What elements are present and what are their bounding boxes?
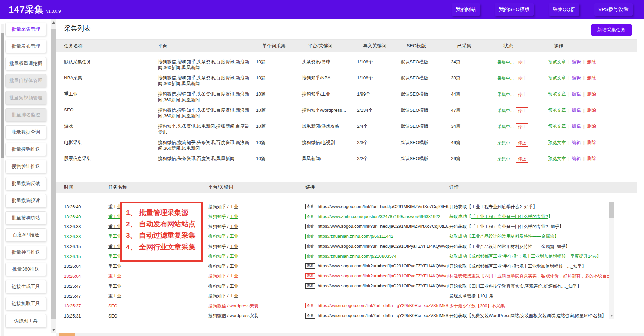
view-button[interactable]: 查看 — [305, 244, 315, 249]
log-url[interactable]: https://zhuanlan.zhihu.com/p/66111442 — [318, 234, 393, 239]
main-scrollbar-thumb[interactable] — [51, 29, 56, 319]
sidebar-item-9[interactable]: 批量搜狗反馈 — [5, 177, 46, 190]
log-url[interactable]: https://www.sogou.com/link?url=hedJjaC29… — [318, 244, 449, 249]
preview-article-link[interactable]: 预览文章 — [548, 91, 566, 97]
edit-link[interactable]: 编辑 — [572, 59, 581, 64]
log-url[interactable]: https://www.sogou.com/link?url=hedJjaC29… — [318, 273, 449, 278]
edit-link[interactable]: 编辑 — [572, 108, 581, 113]
delete-link[interactable]: 删除 — [587, 108, 596, 113]
log-task-name[interactable]: SEO — [108, 303, 117, 308]
add-task-button[interactable]: 新增采集任务 — [591, 24, 632, 36]
log-task-name[interactable]: 重工业 — [108, 204, 121, 209]
delete-link[interactable]: 删除 — [587, 124, 596, 129]
sidebar-item-15[interactable]: 链接生成工具 — [5, 280, 46, 293]
log-task-name[interactable]: 重工业 — [108, 244, 121, 249]
log-url[interactable]: https://www.sogou.com/link?url=hedJjaC29… — [318, 263, 449, 268]
top-nav-item-2[interactable]: 采集QQ群 — [549, 3, 579, 16]
log-task-name[interactable]: 重工业 — [108, 264, 121, 269]
log-detail-link[interactable]: 「工业工程」专业是一门什么样的专业? — [471, 214, 548, 219]
scroll-up-icon[interactable] — [52, 21, 55, 24]
log-task-name[interactable]: 重工业 — [108, 284, 121, 289]
top-nav-item-3[interactable]: VPS拨号设置 — [594, 3, 633, 16]
log-task-name[interactable]: 重工业 — [108, 214, 121, 219]
log-keyword[interactable]: wordpress安装 — [230, 313, 258, 318]
stop-button[interactable]: 停止 — [516, 107, 528, 114]
log-keyword[interactable]: 工业 — [230, 254, 238, 259]
stop-button[interactable]: 停止 — [516, 91, 528, 98]
preview-article-link[interactable]: 预览文章 — [548, 75, 566, 80]
delete-link[interactable]: 删除 — [587, 59, 596, 64]
stop-button[interactable]: 停止 — [516, 123, 528, 130]
view-button[interactable]: 查看 — [305, 224, 315, 229]
log-keyword[interactable]: 工业 — [230, 204, 238, 209]
preview-article-link[interactable]: 预览文章 — [548, 59, 566, 64]
log-url[interactable]: https://zhuanlan.zhihu.com/p/210803574 — [318, 254, 396, 259]
stop-button[interactable]: 停止 — [516, 75, 528, 82]
view-button[interactable]: 查看 — [305, 273, 315, 279]
stop-button[interactable]: 停止 — [516, 156, 528, 163]
sidebar-item-2[interactable]: 批量权重词挖掘 — [5, 57, 46, 70]
delete-link[interactable]: 删除 — [587, 75, 596, 80]
view-button[interactable]: 查看 — [305, 234, 315, 239]
log-url[interactable]: https://www.sogou.com/link?url=hedJjaC29… — [318, 224, 449, 229]
view-button[interactable]: 查看 — [305, 214, 315, 219]
sidebar-item-7[interactable]: 批量搜狗推送 — [5, 143, 46, 156]
log-keyword[interactable]: 工业 — [230, 273, 238, 278]
edit-link[interactable]: 编辑 — [572, 91, 581, 97]
horizontal-scrollbar-thumb[interactable] — [59, 333, 75, 336]
stop-button[interactable]: 停止 — [516, 59, 528, 66]
view-button[interactable]: 查看 — [305, 254, 315, 259]
log-url[interactable]: https://weixin.sogou.com/link?url=dn9a_-… — [318, 303, 449, 308]
log-detail-link[interactable]: 四川工业科技学院真真实实，客观评价，好坏都有，多的不说自己看。 — [484, 273, 609, 278]
top-nav-item-1[interactable]: 我的SEO模版 — [495, 3, 534, 16]
main-scrollbar[interactable] — [51, 19, 56, 333]
view-button[interactable]: 查看 — [305, 263, 315, 269]
edit-link[interactable]: 编辑 — [572, 124, 581, 129]
log-detail-link[interactable]: 工业产品设计的常用材料及特性——金属篇 — [471, 234, 554, 239]
horizontal-scrollbar[interactable] — [56, 333, 644, 336]
log-keyword[interactable]: 工业 — [230, 293, 238, 298]
sidebar-item-1[interactable]: 批量发布管理 — [5, 40, 46, 53]
sidebar-item-13[interactable]: 批量神马推送 — [5, 246, 46, 259]
view-button[interactable]: 查看 — [305, 204, 315, 209]
stop-button[interactable]: 停止 — [516, 140, 528, 147]
log-keyword[interactable]: 工业 — [230, 244, 238, 249]
log-scroll-down-icon[interactable] — [610, 315, 613, 317]
view-button[interactable]: 查看 — [305, 283, 315, 289]
preview-article-link[interactable]: 预览文章 — [548, 140, 566, 145]
view-button[interactable]: 查看 — [305, 303, 315, 308]
sidebar-item-6[interactable]: 收录数据查询 — [5, 125, 46, 139]
scroll-down-icon[interactable] — [52, 329, 55, 331]
log-keyword[interactable]: 工业 — [230, 264, 238, 269]
view-button[interactable]: 查看 — [305, 313, 315, 319]
log-task-name[interactable]: 重工业 — [108, 293, 121, 298]
preview-article-link[interactable]: 预览文章 — [548, 124, 566, 129]
log-task-name[interactable]: 重工业 — [108, 224, 121, 229]
edit-link[interactable]: 编辑 — [572, 75, 581, 80]
edit-link[interactable]: 编辑 — [572, 140, 581, 145]
log-scrollbar[interactable] — [609, 202, 614, 319]
preview-article-link[interactable]: 预览文章 — [548, 108, 566, 113]
sidebar-item-17[interactable]: 伪原创工具 — [5, 314, 46, 328]
log-keyword[interactable]: 工业 — [230, 214, 238, 219]
sidebar-item-10[interactable]: 批量搜狗投诉 — [5, 194, 46, 208]
sidebar-scrollbar[interactable] — [1, 24, 4, 336]
top-nav-item-0[interactable]: 我的网站 — [452, 3, 480, 16]
sidebar-item-11[interactable]: 批量搜狗绑站 — [5, 211, 46, 225]
log-detail-link[interactable]: 成都郫都区工业“半年报”：规上工业增加值增幅较一季度提升14% — [471, 254, 597, 259]
sidebar-item-16[interactable]: 链接抓取工具 — [5, 297, 46, 310]
log-task-name[interactable]: SEO — [108, 313, 117, 319]
delete-link[interactable]: 删除 — [587, 140, 596, 145]
sidebar-item-14[interactable]: 批量360推送 — [5, 263, 46, 276]
log-keyword[interactable]: 工业 — [230, 284, 238, 289]
log-task-name[interactable]: 重工业 — [108, 234, 121, 239]
log-url[interactable]: https://www.sogou.com/link?url=hedJjaC29… — [318, 204, 449, 209]
log-keyword[interactable]: 工业 — [230, 224, 238, 229]
log-keyword[interactable]: 工业 — [230, 234, 238, 239]
log-task-name[interactable]: 重工业 — [108, 254, 121, 259]
sidebar-item-0[interactable]: 批量采集管理 — [5, 23, 46, 36]
log-url[interactable]: https://www.sogou.com/link?url=hedJjaC29… — [318, 283, 449, 288]
delete-link[interactable]: 删除 — [587, 91, 596, 97]
delete-link[interactable]: 删除 — [587, 156, 596, 161]
log-url[interactable]: https://weixin.sogou.com/link?url=dn9a_-… — [318, 313, 449, 318]
